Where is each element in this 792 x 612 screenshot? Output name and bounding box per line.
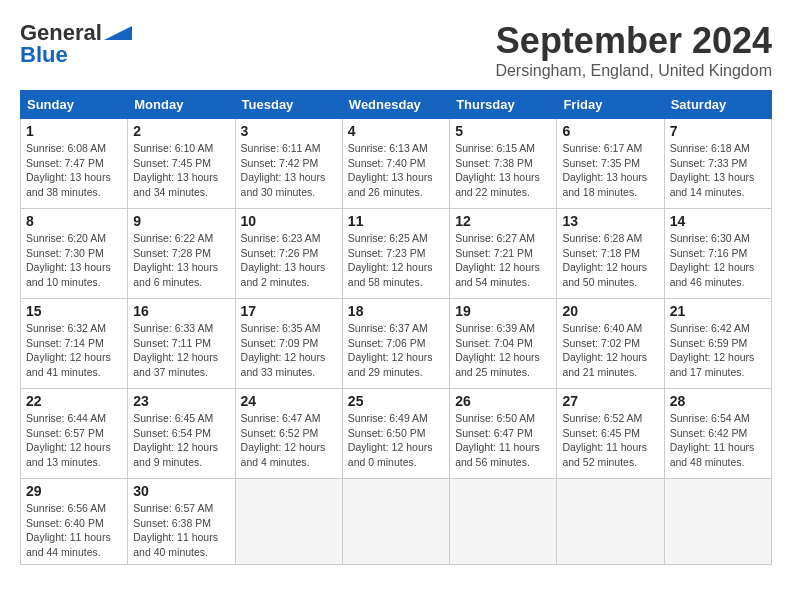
- day-number: 29: [26, 483, 122, 499]
- calendar-day-cell: 19Sunrise: 6:39 AMSunset: 7:04 PMDayligh…: [450, 299, 557, 389]
- calendar-day-cell: 5Sunrise: 6:15 AMSunset: 7:38 PMDaylight…: [450, 119, 557, 209]
- calendar-day-header: Monday: [128, 91, 235, 119]
- calendar-day-cell: 14Sunrise: 6:30 AMSunset: 7:16 PMDayligh…: [664, 209, 771, 299]
- day-number: 3: [241, 123, 337, 139]
- calendar-day-cell: 27Sunrise: 6:52 AMSunset: 6:45 PMDayligh…: [557, 389, 664, 479]
- calendar-day-header: Sunday: [21, 91, 128, 119]
- day-number: 2: [133, 123, 229, 139]
- day-info: Sunrise: 6:17 AMSunset: 7:35 PMDaylight:…: [562, 141, 658, 200]
- day-number: 9: [133, 213, 229, 229]
- calendar-day-cell: 9Sunrise: 6:22 AMSunset: 7:28 PMDaylight…: [128, 209, 235, 299]
- calendar-day-cell: 3Sunrise: 6:11 AMSunset: 7:42 PMDaylight…: [235, 119, 342, 209]
- calendar-day-cell: 28Sunrise: 6:54 AMSunset: 6:42 PMDayligh…: [664, 389, 771, 479]
- calendar-day-cell: 7Sunrise: 6:18 AMSunset: 7:33 PMDaylight…: [664, 119, 771, 209]
- header: General Blue September 2024 Dersingham, …: [20, 20, 772, 80]
- calendar-day-cell: 22Sunrise: 6:44 AMSunset: 6:57 PMDayligh…: [21, 389, 128, 479]
- calendar-day-cell: 8Sunrise: 6:20 AMSunset: 7:30 PMDaylight…: [21, 209, 128, 299]
- day-info: Sunrise: 6:57 AMSunset: 6:38 PMDaylight:…: [133, 501, 229, 560]
- calendar-day-header: Tuesday: [235, 91, 342, 119]
- calendar-day-cell: [450, 479, 557, 565]
- day-number: 5: [455, 123, 551, 139]
- calendar-day-cell: 13Sunrise: 6:28 AMSunset: 7:18 PMDayligh…: [557, 209, 664, 299]
- calendar-day-cell: 12Sunrise: 6:27 AMSunset: 7:21 PMDayligh…: [450, 209, 557, 299]
- day-number: 27: [562, 393, 658, 409]
- day-info: Sunrise: 6:15 AMSunset: 7:38 PMDaylight:…: [455, 141, 551, 200]
- calendar-day-cell: [664, 479, 771, 565]
- calendar-week-row: 15Sunrise: 6:32 AMSunset: 7:14 PMDayligh…: [21, 299, 772, 389]
- calendar-week-row: 8Sunrise: 6:20 AMSunset: 7:30 PMDaylight…: [21, 209, 772, 299]
- logo-icon: [104, 26, 132, 40]
- day-number: 26: [455, 393, 551, 409]
- day-info: Sunrise: 6:40 AMSunset: 7:02 PMDaylight:…: [562, 321, 658, 380]
- day-number: 12: [455, 213, 551, 229]
- day-info: Sunrise: 6:56 AMSunset: 6:40 PMDaylight:…: [26, 501, 122, 560]
- day-info: Sunrise: 6:54 AMSunset: 6:42 PMDaylight:…: [670, 411, 766, 470]
- day-info: Sunrise: 6:50 AMSunset: 6:47 PMDaylight:…: [455, 411, 551, 470]
- day-info: Sunrise: 6:39 AMSunset: 7:04 PMDaylight:…: [455, 321, 551, 380]
- calendar-day-header: Wednesday: [342, 91, 449, 119]
- day-info: Sunrise: 6:27 AMSunset: 7:21 PMDaylight:…: [455, 231, 551, 290]
- calendar-header-row: SundayMondayTuesdayWednesdayThursdayFrid…: [21, 91, 772, 119]
- svg-marker-0: [104, 26, 132, 40]
- calendar-day-cell: 26Sunrise: 6:50 AMSunset: 6:47 PMDayligh…: [450, 389, 557, 479]
- day-number: 19: [455, 303, 551, 319]
- day-info: Sunrise: 6:45 AMSunset: 6:54 PMDaylight:…: [133, 411, 229, 470]
- day-number: 14: [670, 213, 766, 229]
- day-number: 8: [26, 213, 122, 229]
- day-number: 24: [241, 393, 337, 409]
- day-info: Sunrise: 6:10 AMSunset: 7:45 PMDaylight:…: [133, 141, 229, 200]
- day-number: 16: [133, 303, 229, 319]
- day-info: Sunrise: 6:35 AMSunset: 7:09 PMDaylight:…: [241, 321, 337, 380]
- day-info: Sunrise: 6:11 AMSunset: 7:42 PMDaylight:…: [241, 141, 337, 200]
- day-info: Sunrise: 6:25 AMSunset: 7:23 PMDaylight:…: [348, 231, 444, 290]
- day-info: Sunrise: 6:42 AMSunset: 6:59 PMDaylight:…: [670, 321, 766, 380]
- day-info: Sunrise: 6:18 AMSunset: 7:33 PMDaylight:…: [670, 141, 766, 200]
- day-info: Sunrise: 6:23 AMSunset: 7:26 PMDaylight:…: [241, 231, 337, 290]
- calendar-day-cell: 6Sunrise: 6:17 AMSunset: 7:35 PMDaylight…: [557, 119, 664, 209]
- calendar-day-cell: 30Sunrise: 6:57 AMSunset: 6:38 PMDayligh…: [128, 479, 235, 565]
- day-info: Sunrise: 6:33 AMSunset: 7:11 PMDaylight:…: [133, 321, 229, 380]
- calendar-day-cell: 4Sunrise: 6:13 AMSunset: 7:40 PMDaylight…: [342, 119, 449, 209]
- day-number: 11: [348, 213, 444, 229]
- calendar-day-cell: 2Sunrise: 6:10 AMSunset: 7:45 PMDaylight…: [128, 119, 235, 209]
- calendar-day-cell: 16Sunrise: 6:33 AMSunset: 7:11 PMDayligh…: [128, 299, 235, 389]
- day-info: Sunrise: 6:28 AMSunset: 7:18 PMDaylight:…: [562, 231, 658, 290]
- day-number: 28: [670, 393, 766, 409]
- day-info: Sunrise: 6:32 AMSunset: 7:14 PMDaylight:…: [26, 321, 122, 380]
- day-number: 18: [348, 303, 444, 319]
- day-number: 7: [670, 123, 766, 139]
- calendar: SundayMondayTuesdayWednesdayThursdayFrid…: [20, 90, 772, 565]
- day-number: 1: [26, 123, 122, 139]
- calendar-day-cell: 18Sunrise: 6:37 AMSunset: 7:06 PMDayligh…: [342, 299, 449, 389]
- calendar-day-cell: 21Sunrise: 6:42 AMSunset: 6:59 PMDayligh…: [664, 299, 771, 389]
- day-number: 15: [26, 303, 122, 319]
- calendar-day-cell: [235, 479, 342, 565]
- calendar-week-row: 22Sunrise: 6:44 AMSunset: 6:57 PMDayligh…: [21, 389, 772, 479]
- location: Dersingham, England, United Kingdom: [495, 62, 772, 80]
- calendar-day-cell: 11Sunrise: 6:25 AMSunset: 7:23 PMDayligh…: [342, 209, 449, 299]
- day-number: 17: [241, 303, 337, 319]
- day-number: 22: [26, 393, 122, 409]
- calendar-day-cell: 10Sunrise: 6:23 AMSunset: 7:26 PMDayligh…: [235, 209, 342, 299]
- calendar-week-row: 1Sunrise: 6:08 AMSunset: 7:47 PMDaylight…: [21, 119, 772, 209]
- day-info: Sunrise: 6:44 AMSunset: 6:57 PMDaylight:…: [26, 411, 122, 470]
- calendar-week-row: 29Sunrise: 6:56 AMSunset: 6:40 PMDayligh…: [21, 479, 772, 565]
- day-info: Sunrise: 6:20 AMSunset: 7:30 PMDaylight:…: [26, 231, 122, 290]
- logo-blue: Blue: [20, 42, 68, 68]
- day-info: Sunrise: 6:47 AMSunset: 6:52 PMDaylight:…: [241, 411, 337, 470]
- logo: General Blue: [20, 20, 132, 68]
- calendar-day-cell: 15Sunrise: 6:32 AMSunset: 7:14 PMDayligh…: [21, 299, 128, 389]
- calendar-day-cell: 25Sunrise: 6:49 AMSunset: 6:50 PMDayligh…: [342, 389, 449, 479]
- calendar-day-cell: 29Sunrise: 6:56 AMSunset: 6:40 PMDayligh…: [21, 479, 128, 565]
- calendar-day-cell: [342, 479, 449, 565]
- day-number: 4: [348, 123, 444, 139]
- day-number: 25: [348, 393, 444, 409]
- title-block: September 2024 Dersingham, England, Unit…: [495, 20, 772, 80]
- calendar-day-header: Thursday: [450, 91, 557, 119]
- calendar-day-cell: 1Sunrise: 6:08 AMSunset: 7:47 PMDaylight…: [21, 119, 128, 209]
- calendar-day-cell: 20Sunrise: 6:40 AMSunset: 7:02 PMDayligh…: [557, 299, 664, 389]
- calendar-day-header: Saturday: [664, 91, 771, 119]
- day-info: Sunrise: 6:30 AMSunset: 7:16 PMDaylight:…: [670, 231, 766, 290]
- calendar-day-cell: 24Sunrise: 6:47 AMSunset: 6:52 PMDayligh…: [235, 389, 342, 479]
- calendar-day-cell: 23Sunrise: 6:45 AMSunset: 6:54 PMDayligh…: [128, 389, 235, 479]
